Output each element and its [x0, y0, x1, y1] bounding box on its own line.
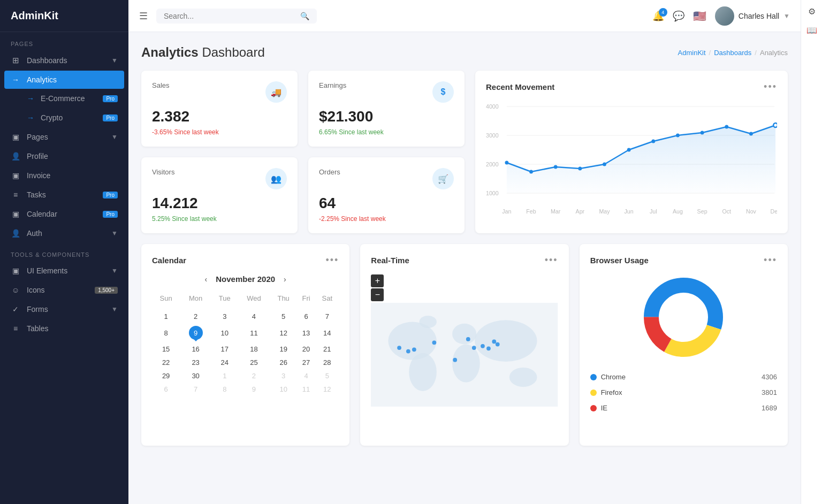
- sidebar-item-ui-elements[interactable]: ▣ UI Elements ▼: [0, 261, 128, 280]
- bottom-row: Calendar ••• ‹ November 2020 › Sun Mon T…: [141, 244, 788, 446]
- sidebar-logo[interactable]: AdminKit: [0, 0, 128, 32]
- crypto-arrow-icon: →: [27, 113, 34, 122]
- firefox-dot: [590, 390, 597, 396]
- icons-count-badge: 1,500+: [95, 287, 118, 294]
- ecommerce-arrow-icon: →: [27, 94, 34, 103]
- sidebar: AdminKit Pages ⊞ Dashboards ▼ → Analytic…: [0, 0, 128, 504]
- svg-text:1000: 1000: [486, 190, 499, 196]
- sidebar-item-forms[interactable]: ✓ Forms ▼: [0, 300, 128, 319]
- content-area: Analytics Dashboard AdminKit / Dashboard…: [128, 32, 801, 504]
- svg-point-13: [627, 148, 631, 152]
- breadcrumb-sep-1: /: [709, 49, 711, 57]
- calendar-card-title: Calendar: [152, 256, 186, 265]
- svg-point-46: [481, 344, 485, 348]
- breadcrumb-dashboards[interactable]: Dashboards: [714, 49, 751, 57]
- orders-value: 64: [319, 195, 454, 212]
- orders-icon: 🛒: [432, 168, 454, 189]
- chrome-count: 4306: [762, 373, 777, 381]
- header-actions: 🔔 4 💬 🇺🇸 Charles Hall ▼: [652, 6, 790, 26]
- visitors-change: 5.25% Since last week: [152, 215, 287, 223]
- sidebar-item-icons[interactable]: ☺ Icons 1,500+: [0, 280, 128, 300]
- user-menu[interactable]: Charles Hall ▼: [715, 6, 790, 26]
- menu-toggle-icon[interactable]: ☰: [139, 10, 148, 22]
- svg-text:Jun: Jun: [625, 208, 634, 215]
- recent-movement-card: Recent Movement ••• 4000 3000 2000 1000: [475, 71, 788, 233]
- sidebar-item-profile[interactable]: 👤 Profile: [0, 147, 128, 166]
- visitors-value: 14.212: [152, 195, 287, 212]
- breadcrumb: AdminKit / Dashboards / Analytics: [678, 49, 788, 57]
- sales-change: -3.65% Since last week: [152, 128, 287, 136]
- svg-text:2000: 2000: [486, 161, 499, 167]
- chart-title: Recent Movement: [486, 82, 554, 91]
- search-input[interactable]: [164, 12, 296, 20]
- page-title: Analytics Dashboard: [141, 45, 265, 60]
- svg-point-47: [486, 346, 491, 350]
- realtime-card: Real-Time ••• + −: [360, 244, 568, 446]
- svg-point-34: [409, 353, 437, 391]
- svg-text:Oct: Oct: [722, 208, 731, 215]
- calendar-pro-badge: Pro: [103, 211, 118, 218]
- notifications-bell[interactable]: 🔔 4: [652, 10, 664, 22]
- svg-text:Jan: Jan: [502, 208, 511, 215]
- forms-chevron-icon: ▼: [111, 306, 118, 313]
- chart-options-icon[interactable]: •••: [764, 81, 777, 93]
- pages-icon: ▣: [11, 133, 20, 141]
- cal-prev-arrow[interactable]: ‹: [205, 275, 208, 284]
- visitors-label: Visitors: [152, 168, 174, 176]
- calendar-card: Calendar ••• ‹ November 2020 › Sun Mon T…: [141, 244, 349, 446]
- earnings-value: $21.300: [319, 108, 454, 125]
- sales-value: 2.382: [152, 108, 287, 125]
- user-chevron-icon: ▼: [783, 12, 790, 20]
- settings-icon[interactable]: ⚙: [808, 6, 816, 17]
- sidebar-pages-section: Pages ⊞ Dashboards ▼ → Analytics → E-Com…: [0, 32, 128, 243]
- sales-icon: 🚚: [265, 81, 287, 103]
- sidebar-item-crypto[interactable]: → Crypto Pro: [0, 108, 128, 127]
- svg-text:Feb: Feb: [526, 208, 536, 215]
- svg-text:Nov: Nov: [746, 208, 757, 215]
- svg-point-36: [452, 345, 480, 383]
- sidebar-item-pages[interactable]: ▣ Pages ▼: [0, 127, 128, 147]
- svg-text:Jul: Jul: [650, 208, 657, 215]
- sidebar-item-tables[interactable]: ≡ Tables: [0, 319, 128, 338]
- tables-icon: ≡: [11, 324, 20, 333]
- ie-name: IE: [601, 404, 607, 412]
- map-zoom-out[interactable]: −: [371, 288, 384, 301]
- calendar-grid: Sun Mon Tue Wed Thu Fri Sat: [152, 292, 339, 396]
- chat-icon[interactable]: 💬: [673, 10, 684, 22]
- cal-next-arrow[interactable]: ›: [284, 275, 286, 284]
- cal-month-year: November 2020: [216, 274, 275, 284]
- page-header: Analytics Dashboard AdminKit / Dashboard…: [141, 45, 788, 60]
- language-flag[interactable]: 🇺🇸: [693, 10, 706, 22]
- map-zoom-in[interactable]: +: [371, 274, 384, 287]
- stats-grid: Sales 🚚 2.382 -3.65% Since last week Ear…: [141, 71, 465, 233]
- icons-icon: ☺: [11, 286, 20, 294]
- sidebar-tools-label: Tools & Components: [0, 243, 128, 261]
- svg-text:3000: 3000: [486, 132, 499, 139]
- sidebar-item-invoice[interactable]: ▣ Invoice: [0, 166, 128, 185]
- breadcrumb-current: Analytics: [760, 49, 788, 57]
- sidebar-item-dashboards[interactable]: ⊞ Dashboards ▼: [0, 50, 128, 71]
- sidebar-tools-section: Tools & Components ▣ UI Elements ▼ ☺ Ico…: [0, 243, 128, 338]
- book-icon[interactable]: 📖: [806, 25, 817, 35]
- sales-label: Sales: [152, 81, 170, 89]
- browser-item-ie: IE 1689: [590, 404, 777, 412]
- svg-point-54: [659, 293, 707, 341]
- sidebar-item-ecommerce[interactable]: → E-Commerce Pro: [0, 89, 128, 108]
- svg-text:Dec: Dec: [771, 208, 777, 215]
- earnings-change: 6.65% Since last week: [319, 128, 454, 136]
- chevron-down-icon: ▼: [111, 57, 118, 64]
- sidebar-item-tasks[interactable]: ≡ Tasks Pro: [0, 185, 128, 204]
- sidebar-item-calendar[interactable]: ▣ Calendar Pro: [0, 204, 128, 224]
- realtime-options-icon[interactable]: •••: [545, 255, 558, 266]
- svg-text:Sep: Sep: [697, 208, 707, 215]
- stats-card-visitors: Visitors 👥 14.212 5.25% Since last week: [141, 157, 298, 233]
- sidebar-item-analytics[interactable]: → Analytics: [4, 71, 124, 89]
- svg-point-48: [496, 342, 500, 347]
- calendar-options-icon[interactable]: •••: [325, 255, 339, 266]
- breadcrumb-adminkit[interactable]: AdminKit: [678, 49, 706, 57]
- stats-card-earnings: Earnings $ $21.300 6.65% Since last week: [308, 71, 465, 147]
- sidebar-item-auth[interactable]: 👤 Auth ▼: [0, 224, 128, 243]
- tasks-icon: ≡: [11, 190, 20, 199]
- browser-options-icon[interactable]: •••: [764, 255, 777, 266]
- svg-point-8: [505, 161, 508, 165]
